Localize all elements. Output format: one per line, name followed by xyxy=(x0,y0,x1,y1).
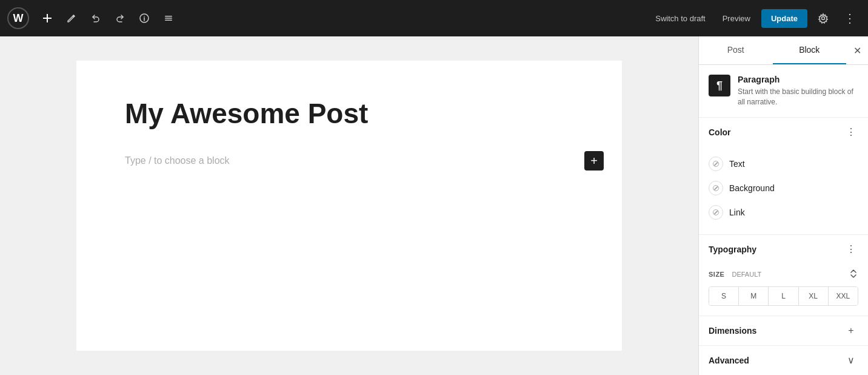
dimensions-expand-button[interactable]: + xyxy=(844,323,858,338)
color-options: Text Background Link xyxy=(699,147,868,234)
block-placeholder[interactable]: Type / to choose a block + xyxy=(125,149,573,173)
more-options-button[interactable]: ⋮ xyxy=(839,7,861,29)
color-background-circle xyxy=(709,181,723,195)
svg-rect-6 xyxy=(165,20,172,21)
color-background-option[interactable]: Background xyxy=(709,176,858,200)
placeholder-text: Type / to choose a block xyxy=(125,155,230,166)
info-button[interactable] xyxy=(133,7,155,29)
size-m-button[interactable]: M xyxy=(739,287,769,305)
typography-section-more[interactable]: ⋮ xyxy=(844,242,858,257)
block-name: Paragraph xyxy=(738,75,858,84)
typography-section-header[interactable]: Typography ⋮ xyxy=(699,235,868,264)
toolbar-left: W xyxy=(7,7,179,29)
color-circle-inner-text xyxy=(713,161,719,167)
size-l-button[interactable]: L xyxy=(769,287,798,305)
color-background-label: Background xyxy=(729,183,775,193)
block-info-text: Paragraph Start with the basic building … xyxy=(738,75,858,107)
editor-canvas[interactable]: My Awesome Post Type / to choose a block… xyxy=(0,36,698,375)
color-circle-inner-link xyxy=(713,209,719,215)
color-section-more[interactable]: ⋮ xyxy=(844,125,858,140)
size-buttons: S M L XL XXL xyxy=(709,286,858,306)
preview-button[interactable]: Preview xyxy=(716,10,756,27)
toolbar: W Switch to draft Preview Update ⋮ xyxy=(0,0,868,36)
color-text-circle xyxy=(709,157,723,171)
switch-to-draft-button[interactable]: Switch to draft xyxy=(649,10,711,27)
size-row: SIZE DEFAULT xyxy=(709,269,858,280)
dimensions-header[interactable]: Dimensions + xyxy=(699,316,868,345)
color-circle-inner-bg xyxy=(713,185,719,191)
sidebar-header: Post Block ✕ xyxy=(699,36,868,65)
color-link-option[interactable]: Link xyxy=(709,200,858,225)
list-view-button[interactable] xyxy=(158,7,179,29)
redo-button[interactable] xyxy=(109,7,131,29)
undo-button[interactable] xyxy=(85,7,107,29)
editor-content: My Awesome Post Type / to choose a block… xyxy=(76,61,622,351)
tab-block[interactable]: Block xyxy=(773,36,847,64)
paragraph-icon: ¶ xyxy=(709,75,730,96)
color-text-option[interactable]: Text xyxy=(709,152,858,176)
svg-rect-4 xyxy=(165,16,172,17)
color-text-label: Text xyxy=(729,159,745,169)
wp-logo[interactable]: W xyxy=(7,7,29,29)
color-section-title: Color xyxy=(709,127,731,137)
dimensions-title: Dimensions xyxy=(709,326,756,336)
size-label: SIZE xyxy=(709,271,724,278)
typography-section: Typography ⋮ SIZE DEFAULT S M L XL XXL xyxy=(699,235,868,316)
advanced-collapse-button[interactable]: ∨ xyxy=(844,353,858,368)
add-block-toolbar-button[interactable] xyxy=(36,7,58,29)
svg-rect-5 xyxy=(165,18,172,19)
edit-button[interactable] xyxy=(61,7,82,29)
svg-rect-1 xyxy=(43,18,52,19)
color-section-header[interactable]: Color ⋮ xyxy=(699,118,868,147)
close-sidebar-button[interactable]: ✕ xyxy=(846,39,868,61)
update-button[interactable]: Update xyxy=(761,9,807,28)
size-xl-button[interactable]: XL xyxy=(799,287,829,305)
size-controls-icon[interactable] xyxy=(849,269,858,280)
post-title[interactable]: My Awesome Post xyxy=(125,97,573,130)
svg-point-3 xyxy=(144,16,145,17)
color-link-circle xyxy=(709,205,723,220)
sidebar: Post Block ✕ ¶ Paragraph Start with the … xyxy=(698,36,868,375)
main-area: My Awesome Post Type / to choose a block… xyxy=(0,36,868,375)
color-link-label: Link xyxy=(729,208,745,217)
size-xxl-button[interactable]: XXL xyxy=(829,287,858,305)
add-block-button[interactable]: + xyxy=(584,151,604,171)
advanced-section: Advanced ∨ xyxy=(699,346,868,375)
settings-button[interactable] xyxy=(812,7,834,29)
size-s-button[interactable]: S xyxy=(709,287,739,305)
typography-section-title: Typography xyxy=(709,245,756,254)
block-info: ¶ Paragraph Start with the basic buildin… xyxy=(699,65,868,118)
advanced-header[interactable]: Advanced ∨ xyxy=(699,346,868,375)
tab-post[interactable]: Post xyxy=(699,36,773,64)
dimensions-section: Dimensions + xyxy=(699,316,868,346)
toolbar-right: Switch to draft Preview Update ⋮ xyxy=(649,7,861,29)
color-section: Color ⋮ Text Background xyxy=(699,118,868,235)
typography-content: SIZE DEFAULT S M L XL XXL xyxy=(699,264,868,316)
block-description: Start with the basic building block of a… xyxy=(738,87,858,107)
size-default-label: DEFAULT xyxy=(732,271,761,278)
advanced-title: Advanced xyxy=(709,356,749,365)
